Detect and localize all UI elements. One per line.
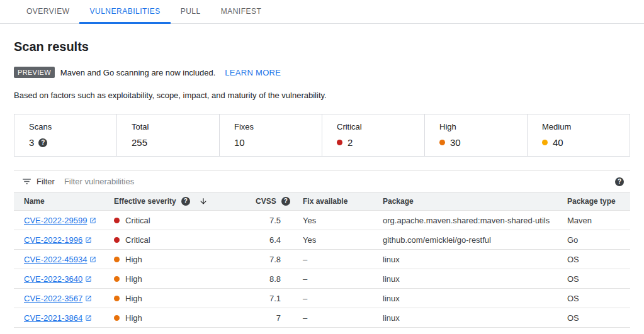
high-severity-dot — [439, 140, 445, 145]
package-name: linux — [373, 250, 557, 269]
medium-severity-dot — [542, 140, 548, 145]
severity-label: High — [125, 294, 142, 303]
cve-link[interactable]: CVE-2022-3567 — [24, 294, 92, 303]
stat-label: Total — [132, 122, 205, 131]
package-type: OS — [557, 289, 630, 308]
cvss-value: 7.8 — [246, 250, 293, 269]
package-type: Maven — [557, 211, 630, 230]
preview-text: Maven and Go scanning are now included. — [60, 68, 215, 77]
package-name: linux — [373, 308, 557, 328]
learn-more-link[interactable]: LEARN MORE — [225, 68, 281, 77]
table-header: Name Effective severity ? CVSS ? — [14, 192, 630, 211]
stat-label: Fixes — [234, 122, 307, 131]
package-type: OS — [557, 269, 630, 289]
severity-label: Critical — [125, 216, 150, 225]
table-row: CVE-2022-3567 High 7.1 – linux OS — [14, 289, 630, 308]
stat-label: Critical — [337, 122, 410, 131]
vulnerabilities-table: Name Effective severity ? CVSS ? — [14, 192, 630, 328]
stat-value: 10 — [234, 137, 245, 148]
stat-value: 2 — [347, 137, 353, 148]
package-type: Go — [557, 230, 630, 250]
stat-scans: Scans 3 ? — [14, 114, 116, 156]
stat-value: 40 — [553, 137, 563, 148]
cvss-value: 6.4 — [246, 230, 293, 250]
stat-high: High 30 — [424, 114, 527, 156]
help-icon[interactable]: ? — [615, 177, 624, 186]
cve-id: CVE-2022-1996 — [24, 235, 82, 245]
cve-link[interactable]: CVE-2022-3640 — [24, 274, 92, 284]
main-content: Scan results PREVIEW Maven and Go scanni… — [0, 40, 644, 328]
severity-label: High — [125, 255, 142, 264]
cve-link[interactable]: CVE-2022-45934 — [24, 255, 96, 264]
package-name: linux — [373, 289, 557, 308]
fix-available-value: Yes — [293, 211, 373, 230]
severity-dot — [114, 257, 120, 262]
column-header-fix[interactable]: Fix available — [293, 192, 373, 211]
scan-summary-card: Scans 3 ? Total 255 Fixes 10 Critical 2 — [14, 114, 630, 157]
external-link-icon — [85, 315, 92, 321]
severity-dot — [114, 218, 120, 223]
stat-label: Medium — [542, 122, 615, 131]
external-link-icon — [89, 217, 96, 224]
external-link-icon — [89, 256, 96, 263]
table-row: CVE-2022-1996 Critical 6.4 Yes github.co… — [14, 230, 630, 250]
help-icon[interactable]: ? — [38, 138, 47, 147]
cvss-value: 8.8 — [246, 269, 293, 289]
filter-vulnerabilities-input[interactable] — [63, 176, 615, 187]
tab-pull[interactable]: PULL — [171, 0, 211, 24]
stat-medium: Medium 40 — [527, 114, 630, 156]
column-header-package-type[interactable]: Package type — [557, 192, 630, 211]
package-type: OS — [557, 250, 630, 269]
critical-severity-dot — [337, 140, 342, 145]
cvss-value: 7.5 — [246, 211, 293, 230]
cve-id: CVE-2022-29599 — [24, 216, 87, 225]
stat-value: 30 — [450, 137, 461, 148]
cvss-value: 7 — [246, 308, 293, 328]
package-name: org.apache.maven.shared:maven-shared-uti… — [373, 211, 557, 230]
stat-critical: Critical 2 — [322, 114, 424, 156]
column-header-name[interactable]: Name — [14, 192, 104, 211]
tab-manifest[interactable]: MANIFEST — [211, 0, 272, 24]
cve-link[interactable]: CVE-2022-1996 — [24, 235, 92, 245]
vulnerabilities-panel: Filter ? Name Effective severity — [14, 170, 630, 328]
package-name: linux — [373, 269, 557, 289]
stat-total: Total 255 — [116, 114, 219, 156]
column-header-package[interactable]: Package — [373, 192, 557, 211]
tab-overview[interactable]: OVERVIEW — [16, 0, 79, 24]
preview-badge: PREVIEW — [14, 67, 55, 78]
tab-vulnerabilities[interactable]: VULNERABILITIES — [79, 0, 170, 24]
cve-link[interactable]: CVE-2021-3864 — [24, 313, 92, 323]
help-icon[interactable]: ? — [181, 197, 190, 206]
severity-dot — [114, 296, 120, 301]
help-icon[interactable]: ? — [281, 197, 290, 206]
table-row: CVE-2021-3864 High 7 – linux OS — [14, 308, 630, 328]
severity-label: Critical — [125, 235, 150, 245]
fix-available-value: Yes — [293, 230, 373, 250]
fix-available-value: – — [293, 269, 373, 289]
filter-button-label: Filter — [37, 177, 55, 186]
preview-banner: PREVIEW Maven and Go scanning are now in… — [14, 67, 630, 78]
severity-label: High — [125, 274, 142, 284]
severity-dot — [114, 237, 120, 243]
scan-results-page: OVERVIEW VULNERABILITIES PULL MANIFEST S… — [0, 0, 644, 328]
cve-id: CVE-2022-45934 — [24, 255, 87, 264]
table-body: CVE-2022-29599 Critical 7.5 Yes org.apac… — [14, 211, 630, 328]
cve-id: CVE-2021-3864 — [24, 313, 82, 323]
cve-id: CVE-2022-3640 — [24, 274, 82, 284]
table-row: CVE-2022-45934 High 7.8 – linux OS — [14, 250, 630, 269]
tab-bar: OVERVIEW VULNERABILITIES PULL MANIFEST — [0, 0, 644, 24]
fix-available-value: – — [293, 308, 373, 328]
cvss-value: 7.1 — [246, 289, 293, 308]
stat-label: High — [439, 122, 512, 131]
severity-dot — [114, 276, 120, 282]
column-header-cvss[interactable]: CVSS ? — [246, 192, 293, 211]
sort-descending-icon[interactable] — [199, 197, 208, 206]
cve-link[interactable]: CVE-2022-29599 — [24, 216, 96, 225]
external-link-icon — [85, 295, 92, 302]
severity-label: High — [125, 313, 142, 323]
filter-button[interactable]: Filter — [18, 176, 59, 187]
package-type: OS — [557, 308, 630, 328]
stat-value: 255 — [132, 137, 147, 148]
column-header-severity[interactable]: Effective severity ? — [104, 192, 246, 211]
column-header-cvss-label: CVSS — [256, 197, 276, 206]
